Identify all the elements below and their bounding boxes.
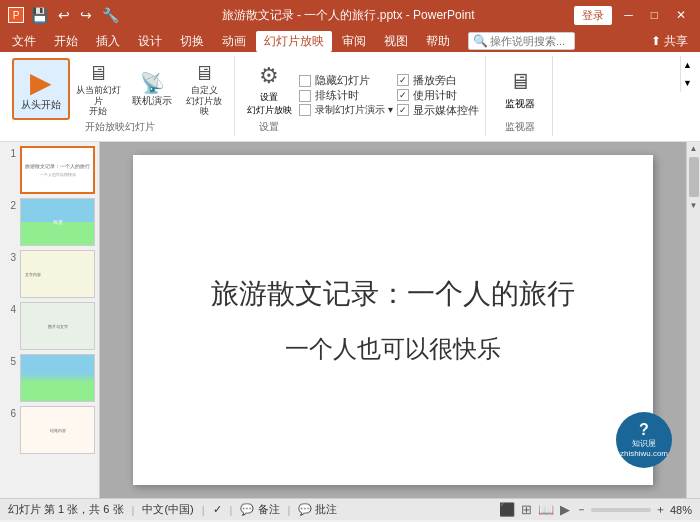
ribbon-group-start-slideshow: ▶ 从头开始 🖥 从当前幻灯片开始 📡 联机演示 🖥 自定义幻灯片放映 [6,56,235,136]
slide-num-1: 1 [4,146,16,159]
slide-num-3: 3 [4,250,16,263]
slide-num-6: 6 [4,406,16,419]
record-slide-box [299,104,311,116]
slide-thumb-2[interactable]: 2 风景 [4,198,95,246]
from-current-icon: 🖥 [88,63,108,83]
menu-view[interactable]: 视图 [376,31,416,52]
use-timing-checkbox[interactable]: 使用计时 [397,88,479,103]
ribbon-scroll-down[interactable]: ▼ [681,74,694,92]
slide-info: 幻灯片 第 1 张，共 6 张 [8,502,124,517]
hide-slide-checkbox[interactable]: 隐藏幻灯片 [299,73,393,88]
online-show-icon: 📡 [140,73,165,93]
use-timing-box [397,89,409,101]
settings-label: 设置幻灯片放映 [247,91,292,117]
zoom-level: 48% [670,504,692,516]
search-icon: 🔍 [473,34,488,48]
hide-slide-label: 隐藏幻灯片 [315,73,370,88]
menu-start[interactable]: 开始 [46,31,86,52]
slide-thumb-3[interactable]: 3 文字内容 [4,250,95,298]
watermark-text: 知识屋 [632,439,656,449]
custom-show-label: 自定义幻灯片放映 [183,85,225,117]
slide-thumb-5[interactable]: 5 [4,354,95,402]
menu-review[interactable]: 审阅 [334,31,374,52]
from-current-button[interactable]: 🖥 从当前幻灯片开始 [72,58,124,120]
close-button[interactable]: ✕ [670,6,692,24]
watermark: ? 知识屋 zhishiwu.com [616,412,672,468]
settings-group-label: 设置 [259,120,279,136]
slide-subtitle: 一个人也可以很快乐 [285,333,501,365]
status-bar-left: 幻灯片 第 1 张，共 6 张 | 中文(中国) | ✓ | 💬 备注 | 💬 … [8,502,337,517]
watermark-logo: ? [639,421,649,439]
login-button[interactable]: 登录 [574,6,612,25]
scroll-thumb[interactable] [689,157,699,197]
rehearse-timing-checkbox[interactable]: 排练计时 [299,88,393,103]
menu-help[interactable]: 帮助 [418,31,458,52]
play-narration-box [397,74,409,86]
slide-img-6: 结尾内容 [20,406,95,454]
slide-canvas: 旅游散文记录：一个人的旅行 一个人也可以很快乐 [133,155,653,485]
comments-button[interactable]: 💬 批注 [298,502,337,517]
language-info: 中文(中国) [142,502,193,517]
ribbon-scroll-up[interactable]: ▲ [681,56,694,74]
main-area: 1 旅游散文记录：一个人的旅行 一个人也可以很快乐 2 风景 3 文字内容 [0,142,700,498]
title-bar-right: 登录 ─ □ ✕ [574,6,692,25]
zoom-out-btn[interactable]: － [576,502,587,517]
zoom-in-btn[interactable]: ＋ [655,502,666,517]
record-slide-checkbox[interactable]: 录制幻灯片演示 ▾ [299,103,393,117]
menu-insert[interactable]: 插入 [88,31,128,52]
slide-img-5 [20,354,95,402]
menu-design[interactable]: 设计 [130,31,170,52]
show-media-controls-box [397,104,409,116]
window-title: 旅游散文记录 - 一个人的旅行.pptx - PowerPoint [122,7,574,24]
title-bar: P 💾 ↩ ↪ 🔧 旅游散文记录 - 一个人的旅行.pptx - PowerPo… [0,0,700,30]
slide-thumb-6[interactable]: 6 结尾内容 [4,406,95,454]
menu-slideshow[interactable]: 幻灯片放映 [256,31,332,52]
monitor-button[interactable]: 🖥 监视器 [494,58,546,120]
online-show-button[interactable]: 📡 联机演示 [126,58,178,120]
play-narration-label: 播放旁白 [413,73,457,88]
maximize-button[interactable]: □ [645,6,664,24]
play-narration-checkbox[interactable]: 播放旁白 [397,73,479,88]
slide-thumb-4[interactable]: 4 图片与文字 [4,302,95,350]
title-bar-left: P 💾 ↩ ↪ 🔧 [8,7,122,23]
ribbon: ▶ 从头开始 🖥 从当前幻灯片开始 📡 联机演示 🖥 自定义幻灯片放映 [0,52,700,142]
quick-access-btn[interactable]: 🔧 [99,7,122,23]
use-timing-label: 使用计时 [413,88,457,103]
app-icon: P [8,7,24,23]
undo-btn[interactable]: ↩ [55,7,73,23]
show-media-controls-checkbox[interactable]: 显示媒体控件 [397,103,479,118]
search-box[interactable]: 🔍 [468,32,575,50]
slide-img-3: 文字内容 [20,250,95,298]
show-media-controls-label: 显示媒体控件 [413,103,479,118]
custom-show-button[interactable]: 🖥 自定义幻灯片放映 [180,58,228,120]
save-quick-btn[interactable]: 💾 [28,7,51,23]
notes-button[interactable]: 💬 备注 [240,502,279,517]
custom-show-icon: 🖥 [194,63,214,83]
slide-num-4: 4 [4,302,16,315]
record-slide-label: 录制幻灯片演示 ▾ [315,103,393,117]
from-start-icon: ▶ [30,69,52,97]
zoom-slider[interactable] [591,508,651,512]
presenter-view-btn[interactable]: ▶ [560,502,570,517]
status-bar-right: ⬛ ⊞ 📖 ▶ － ＋ 48% [499,502,692,517]
scroll-down-arrow[interactable]: ▼ [688,199,700,212]
redo-btn[interactable]: ↪ [77,7,95,23]
from-current-label: 从当前幻灯片开始 [75,85,121,117]
scroll-up-arrow[interactable]: ▲ [688,142,700,155]
slide-thumb-1[interactable]: 1 旅游散文记录：一个人的旅行 一个人也可以很快乐 [4,146,95,194]
reading-view-btn[interactable]: 📖 [538,502,554,517]
minimize-button[interactable]: ─ [618,6,639,24]
settings-button[interactable]: ⚙ 设置幻灯片放映 [243,58,295,120]
slide-sorter-btn[interactable]: ⊞ [521,502,532,517]
normal-view-btn[interactable]: ⬛ [499,502,515,517]
menu-transition[interactable]: 切换 [172,31,212,52]
search-input[interactable] [490,35,570,47]
slide-img-4: 图片与文字 [20,302,95,350]
accessibility-icon: ✓ [213,503,222,516]
status-bar: 幻灯片 第 1 张，共 6 张 | 中文(中国) | ✓ | 💬 备注 | 💬 … [0,498,700,520]
slide-title: 旅游散文记录：一个人的旅行 [211,275,575,313]
from-start-button[interactable]: ▶ 从头开始 [12,58,70,120]
menu-file[interactable]: 文件 [4,31,44,52]
menu-animation[interactable]: 动画 [214,31,254,52]
share-button[interactable]: ⬆ 共享 [643,31,696,52]
